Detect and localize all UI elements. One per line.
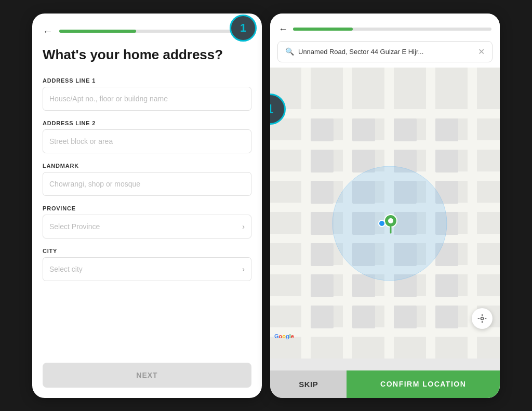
back-button-right[interactable]: ←: [278, 24, 288, 35]
province-value: Select Province: [49, 222, 100, 231]
svg-rect-41: [435, 306, 458, 328]
search-bar[interactable]: 🔍 Unnamed Road, Sector 44 Gulzar E Hijr.…: [277, 41, 493, 62]
header-right: ←: [270, 14, 500, 41]
svg-rect-37: [435, 274, 458, 297]
svg-rect-40: [394, 306, 417, 328]
svg-rect-14: [311, 118, 334, 141]
search-value: Unnamed Road, Sector 44 Gulzar E Hijr...: [298, 48, 474, 56]
progress-fill-right: [293, 28, 353, 31]
city-label: CITY: [43, 248, 251, 254]
svg-point-46: [379, 220, 385, 227]
skip-button[interactable]: SKIP: [270, 370, 347, 398]
address1-label: ADDRESS LINE 1: [43, 77, 251, 84]
city-value: Select city: [49, 265, 83, 273]
svg-point-47: [481, 317, 484, 320]
svg-rect-38: [311, 306, 334, 328]
map-svg: [270, 68, 500, 359]
progress-bar-right: [293, 28, 491, 31]
svg-rect-16: [394, 118, 417, 141]
back-button-left[interactable]: ←: [43, 26, 53, 36]
landmark-label: LANDMARK: [43, 163, 251, 169]
city-section: CITY Select city ›: [43, 248, 251, 281]
svg-rect-18: [311, 150, 334, 173]
province-section: PROVINCE Select Province ›: [43, 205, 251, 238]
right-screen: ← 🔍 Unnamed Road, Sector 44 Gulzar E Hij…: [270, 14, 500, 398]
search-icon: 🔍: [285, 47, 294, 56]
gps-button[interactable]: [472, 308, 493, 329]
svg-rect-21: [435, 150, 458, 173]
address1-section: ADDRESS LINE 1: [43, 77, 251, 111]
svg-rect-22: [311, 181, 334, 204]
province-select[interactable]: Select Province ›: [43, 215, 251, 238]
svg-rect-17: [435, 118, 458, 141]
svg-rect-26: [311, 212, 334, 235]
province-chevron-icon: ›: [242, 222, 245, 231]
city-select[interactable]: Select city ›: [43, 257, 251, 281]
svg-rect-30: [311, 243, 334, 266]
confirm-location-button[interactable]: CONFIRM LOCATION: [347, 370, 500, 398]
next-button[interactable]: NEXT: [43, 363, 251, 388]
svg-rect-39: [352, 306, 375, 328]
page-title: What's your home address?: [43, 47, 251, 63]
next-button-wrap: NEXT: [32, 352, 262, 398]
address2-section: ADDRESS LINE 2: [43, 120, 251, 153]
landmark-section: LANDMARK: [43, 163, 251, 196]
province-label: PROVINCE: [43, 205, 251, 211]
address1-input[interactable]: [43, 87, 251, 111]
progress-fill-left: [59, 30, 136, 33]
svg-rect-34: [311, 274, 334, 297]
svg-rect-9: [301, 68, 311, 359]
map-area: 1 Google: [270, 68, 500, 370]
city-chevron-icon: ›: [242, 265, 245, 273]
bottom-bar: SKIP CONFIRM LOCATION: [270, 370, 500, 398]
left-screen: ← 1 What's your home address? ADDRESS LI…: [32, 14, 262, 398]
progress-bar-left: [59, 30, 251, 33]
header-left: ← 1: [43, 26, 251, 36]
clear-icon[interactable]: ✕: [478, 47, 485, 57]
google-logo: Google: [274, 333, 294, 339]
address2-input[interactable]: [43, 129, 251, 153]
step-badge-left: 1: [230, 15, 257, 42]
svg-point-44: [388, 218, 393, 223]
landmark-input[interactable]: [43, 172, 251, 196]
address2-label: ADDRESS LINE 2: [43, 120, 251, 126]
svg-rect-15: [352, 118, 375, 141]
